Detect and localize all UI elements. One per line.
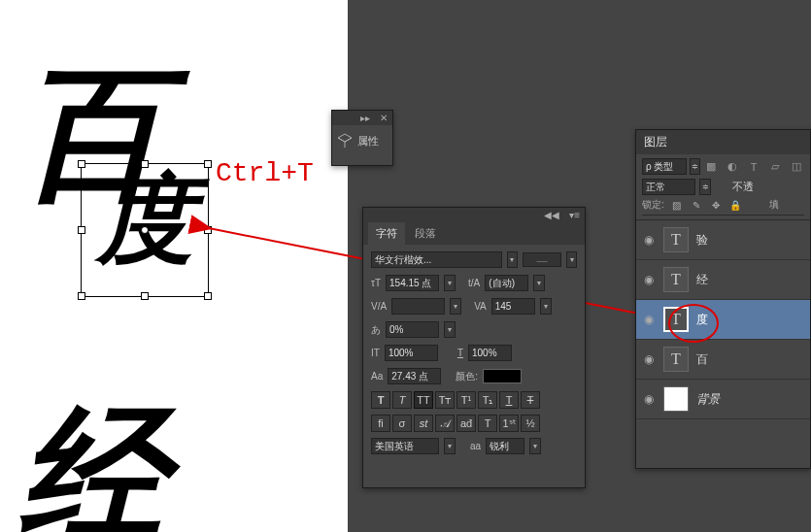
layer-kind-select[interactable] xyxy=(642,158,687,175)
lock-transparent-icon[interactable]: ▨ xyxy=(670,198,684,212)
visibility-toggle[interactable]: ◉ xyxy=(642,273,656,286)
opacity-label: 不透 xyxy=(732,180,754,194)
kerning-input[interactable] xyxy=(391,298,445,315)
ordinal-button[interactable]: T xyxy=(478,415,497,432)
layer-item[interactable]: ◉ T 验 xyxy=(636,220,810,260)
color-swatch[interactable] xyxy=(483,369,522,383)
language-select[interactable] xyxy=(371,438,439,454)
leading-icon: t/A xyxy=(468,278,480,288)
handle-top-left[interactable] xyxy=(78,160,85,168)
filter-image-icon[interactable]: ▩ xyxy=(703,159,719,175)
tracking-icon: VA xyxy=(474,301,487,312)
layer-name[interactable]: 背景 xyxy=(696,391,720,408)
scale-dropdown[interactable]: ▾ xyxy=(444,321,456,338)
layer-name[interactable]: 经 xyxy=(696,272,708,288)
italic-button[interactable]: T xyxy=(392,391,412,409)
font-size-input[interactable] xyxy=(386,275,439,291)
layer-name[interactable]: 度 xyxy=(696,312,708,328)
filter-type-icon[interactable]: T xyxy=(746,159,761,175)
layer-item[interactable]: ◉ T 百 xyxy=(636,340,810,380)
baseline-icon: Aa xyxy=(371,371,383,382)
swash-button[interactable]: 𝒜 xyxy=(435,415,455,432)
vert-scale-icon: IT xyxy=(371,348,380,358)
layer-item-selected[interactable]: ◉ T 度 xyxy=(636,300,810,340)
layer-thumb-bg xyxy=(663,386,689,412)
lock-all-icon[interactable]: 🔒 xyxy=(728,198,742,212)
visibility-toggle[interactable]: ◉ xyxy=(642,392,656,406)
font-size-dropdown[interactable]: ▾ xyxy=(444,275,456,291)
layer-thumb-type-icon: T xyxy=(663,267,689,292)
blend-mode-dropdown[interactable]: ≑ xyxy=(699,179,711,195)
filter-shape-icon[interactable]: ▱ xyxy=(767,159,783,175)
fill-label: 填 xyxy=(769,198,779,212)
layer-thumb-type-icon: T xyxy=(663,307,689,332)
tab-character[interactable]: 字符 xyxy=(368,222,405,245)
antialias-select[interactable] xyxy=(486,438,524,454)
language-dropdown[interactable]: ▾ xyxy=(444,438,456,454)
menu-icon[interactable]: ▾≡ xyxy=(569,210,580,220)
handle-bot-right[interactable] xyxy=(204,292,212,300)
allcaps-button[interactable]: TT xyxy=(414,391,433,409)
handle-bot-left[interactable] xyxy=(78,292,85,300)
transform-bounding-box[interactable] xyxy=(81,163,209,297)
handle-bot-mid[interactable] xyxy=(141,292,149,300)
strikethrough-button[interactable]: T xyxy=(521,391,540,409)
close-icon[interactable]: ✕ xyxy=(380,113,388,123)
subscript-button[interactable]: T₁ xyxy=(478,391,497,409)
titling-button[interactable]: ađ xyxy=(456,415,476,432)
visibility-toggle[interactable]: ◉ xyxy=(642,352,656,366)
chevron-left-icon[interactable]: ◀◀ xyxy=(544,210,559,220)
handle-top-mid[interactable] xyxy=(141,160,149,168)
contextual-button[interactable]: σ xyxy=(392,415,412,432)
blend-mode-select[interactable] xyxy=(642,179,695,195)
font-style-dropdown[interactable]: ▾ xyxy=(566,251,577,268)
filter-smart-icon[interactable]: ◫ xyxy=(789,159,804,175)
character-panel[interactable]: ◀◀ ▾≡ 字符 段落 ▾ — ▾ τT ▾ t/A ▾ V/A ▾ VA ▾ xyxy=(362,207,586,488)
tracking-input[interactable] xyxy=(491,298,535,315)
visibility-toggle[interactable]: ◉ xyxy=(642,313,656,326)
kerning-dropdown[interactable]: ▾ xyxy=(450,298,461,315)
lock-image-icon[interactable]: ✎ xyxy=(690,198,703,212)
handle-top-right[interactable] xyxy=(204,160,212,168)
bold-button[interactable]: T xyxy=(371,391,390,409)
leading-input[interactable] xyxy=(485,275,528,291)
kerning-icon: V/A xyxy=(371,301,387,312)
font-family-input[interactable] xyxy=(371,251,502,268)
superscript-button[interactable]: T¹ xyxy=(456,391,476,409)
properties-panel[interactable]: ▸▸ ✕ 属性 xyxy=(331,110,393,166)
scale-input[interactable] xyxy=(386,321,439,338)
firstnumeral-button[interactable]: 1ˢᵗ xyxy=(499,415,519,432)
collapse-icon[interactable]: ▸▸ xyxy=(360,113,370,123)
canvas[interactable]: 百 度 经 xyxy=(0,0,348,532)
handle-mid-left[interactable] xyxy=(78,226,85,234)
tracking-dropdown[interactable]: ▾ xyxy=(540,298,552,315)
layer-kind-dropdown[interactable]: ≑ xyxy=(690,158,700,175)
baseline-input[interactable] xyxy=(388,368,441,384)
visibility-toggle[interactable]: ◉ xyxy=(642,233,656,247)
lock-position-icon[interactable]: ✥ xyxy=(709,198,723,212)
layer-item[interactable]: ◉ 背景 xyxy=(636,380,810,419)
fraction-button[interactable]: ½ xyxy=(521,415,540,432)
leading-dropdown[interactable]: ▾ xyxy=(533,275,545,291)
antialias-icon: aa xyxy=(470,441,481,451)
layer-name[interactable]: 百 xyxy=(696,351,708,368)
handle-center[interactable] xyxy=(141,226,149,234)
svg-line-4 xyxy=(338,138,345,142)
vert-scale-input[interactable] xyxy=(385,345,438,361)
horiz-scale-input[interactable] xyxy=(468,345,512,361)
stylistic-button[interactable]: st xyxy=(414,415,433,432)
layers-panel[interactable]: 图层 ≑ ▩ ◐ T ▱ ◫ ≑ 不透 锁定: ▨ ✎ ✥ 🔒 填 xyxy=(635,129,811,469)
font-family-dropdown[interactable]: ▾ xyxy=(507,251,518,268)
ligature-button[interactable]: fi xyxy=(371,415,390,432)
annotation-shortcut: Ctrl+T xyxy=(216,158,314,188)
font-style-select[interactable]: — xyxy=(523,252,561,267)
smallcaps-button[interactable]: Tᴛ xyxy=(435,391,455,409)
layers-title: 图层 xyxy=(636,130,810,154)
antialias-dropdown[interactable]: ▾ xyxy=(529,438,541,454)
tab-paragraph[interactable]: 段落 xyxy=(407,222,444,245)
layer-name[interactable]: 验 xyxy=(696,232,708,249)
layer-item[interactable]: ◉ T 经 xyxy=(636,260,810,300)
filter-adjust-icon[interactable]: ◐ xyxy=(725,159,740,175)
underline-button[interactable]: T xyxy=(499,391,519,409)
handle-mid-right[interactable] xyxy=(204,226,212,234)
